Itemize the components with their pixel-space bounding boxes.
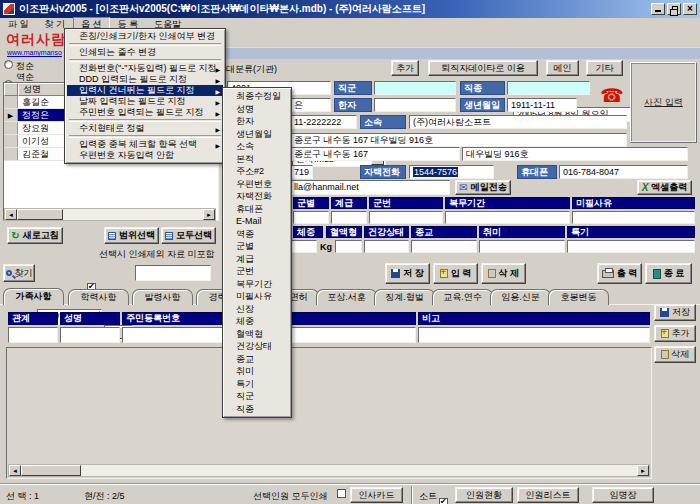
tab-training[interactable]: 교육.연수 (432, 289, 493, 305)
jikjong-field[interactable] (507, 81, 590, 95)
submenu-item[interactable]: 직종 (225, 403, 289, 416)
scroll-thumb[interactable] (21, 465, 81, 476)
mil-serial-field[interactable] (369, 211, 443, 224)
input-button[interactable]: 입 력 (433, 263, 478, 284)
etc-button[interactable]: 기타 (586, 60, 623, 76)
submenu-item[interactable]: 건강상태 (225, 340, 289, 353)
mobile-field[interactable]: 016-784-8047 (559, 165, 688, 179)
submenu-item[interactable]: 군번 (225, 265, 289, 278)
submenu-item[interactable]: 계급 (225, 253, 289, 266)
refresh-button[interactable]: 새로고침 (7, 227, 63, 244)
submenu-item[interactable]: 우편번호 (225, 178, 289, 191)
range-select-button[interactable]: 범위선택 (104, 227, 159, 244)
menu-item-print-lines[interactable]: 인쇄되는 줄수 변경 (67, 47, 223, 58)
close-button[interactable]: × (683, 3, 697, 15)
relation-field[interactable] (8, 327, 58, 343)
family-list-area[interactable] (6, 347, 652, 479)
birthdate-field[interactable]: 1911-11-11 (507, 98, 577, 112)
personnel-status-button[interactable]: 인원현황 (455, 487, 513, 503)
select-all-button[interactable]: 모두선택 (161, 227, 216, 244)
submenu-item[interactable]: E-Mail (225, 215, 289, 228)
tab-status[interactable]: 임용.신분 (490, 289, 551, 305)
blood-type-field[interactable] (335, 240, 362, 253)
menu-item-numeric-sort[interactable]: 수치형태로 정렬▶ (67, 123, 223, 134)
minimize-button[interactable] (651, 3, 665, 15)
mail-send-button[interactable]: 메일전송 (455, 180, 511, 195)
submenu-item[interactable]: 혈액형 (225, 328, 289, 341)
submenu-item[interactable]: 휴대폰 (225, 203, 289, 216)
mil-rank-field[interactable] (331, 211, 367, 224)
submenu-item[interactable]: 종교 (225, 353, 289, 366)
menu-item-no-auto-zip[interactable]: 우편번호 자동입력 안함 (67, 150, 223, 161)
find-input[interactable] (135, 265, 211, 281)
tab-award[interactable]: 포상.서훈 (316, 289, 377, 305)
submenu-item[interactable]: 특기 (225, 378, 289, 391)
photo-input-link[interactable]: 사진 입력 (644, 96, 683, 109)
excel-export-button[interactable]: 엑셀출력 (637, 180, 692, 195)
find-button[interactable]: 찾기 (3, 264, 35, 282)
address2-field[interactable]: 대우빌딩 916호 (462, 147, 688, 161)
restore-button[interactable] (667, 3, 681, 15)
print-all-checkbox[interactable] (337, 489, 346, 498)
website-link[interactable]: www.manymanso (7, 49, 62, 56)
family-jumin-field[interactable] (122, 327, 238, 343)
menu-item-skip-fields[interactable]: 입력시 건너뛰는 필드로 지정▶ (67, 85, 223, 96)
mil-branch-field[interactable] (293, 211, 329, 224)
submenu-item[interactable]: 성명 (225, 103, 289, 116)
personnel-list-button[interactable]: 인원리스트 (517, 487, 579, 503)
submenu-item[interactable]: 복무기간 (225, 278, 289, 291)
submenu-item[interactable]: 한자 (225, 115, 289, 128)
print-button[interactable]: 출 력 (597, 263, 642, 284)
mil-service-period-field[interactable] (445, 211, 570, 224)
sort-ascending-radio[interactable] (4, 60, 13, 69)
delete-button[interactable]: 삭 제 (481, 263, 526, 284)
family-name-field[interactable] (60, 327, 120, 343)
tab-discipline[interactable]: 징계.형벌 (374, 289, 435, 305)
hanja-field[interactable] (374, 98, 456, 112)
submenu-item[interactable]: 역종 (225, 228, 289, 241)
hobby-field[interactable] (479, 240, 565, 253)
family-delete-button[interactable]: 삭제 (654, 346, 696, 363)
tab-family[interactable]: 가족사항 (3, 288, 64, 305)
retiree-data-button[interactable]: 퇴직자데이타로 이용 (428, 60, 538, 76)
tab-education[interactable]: 학력사항 (68, 289, 129, 305)
submenu-item[interactable]: 미필사유 (225, 290, 289, 303)
submenu-item[interactable]: 군별 (225, 240, 289, 253)
scroll-left-icon[interactable]: ◄ (9, 465, 21, 476)
religion-field[interactable] (411, 240, 477, 253)
person-list-hscrollbar[interactable]: ◄ ► (4, 208, 216, 221)
menu-item-date-fields[interactable]: 날짜 입력되는 필드로 지정▶ (67, 96, 223, 107)
menu-item-ddd-fields[interactable]: DDD 입력되는 필드로 지정▶ (67, 74, 223, 85)
menu-item-honorific[interactable]: 존칭/인쇄크기/한자 인쇄여부 변경 (67, 31, 223, 42)
tab-salary[interactable]: 호봉변동 (548, 289, 609, 305)
weight-field[interactable] (291, 240, 317, 253)
menu-file[interactable]: 파 일 (0, 17, 37, 32)
tab-appointment[interactable]: 발령사항 (132, 289, 193, 305)
submenu-item[interactable]: 본적 (225, 153, 289, 166)
hr-card-button[interactable]: 인사카드 (350, 487, 403, 503)
family-list-hscrollbar[interactable]: ◄ ► (8, 464, 650, 477)
scroll-left-icon[interactable]: ◄ (5, 209, 17, 220)
submenu-item[interactable]: 주소#2 (225, 165, 289, 178)
sort-checkbox[interactable] (439, 498, 448, 504)
submenu-item[interactable]: 체중 (225, 315, 289, 328)
certificate-button[interactable]: 임명장 (592, 487, 654, 503)
mil-exemption-field[interactable] (572, 211, 695, 224)
exit-button[interactable]: 종 료 (645, 263, 692, 284)
family-add-button[interactable]: 추가 (654, 325, 696, 342)
family-save-button[interactable]: 저장 (654, 304, 696, 321)
add-button[interactable]: 추가 (391, 60, 419, 76)
jikgun-field[interactable] (374, 81, 456, 95)
main-button[interactable]: 메인 (546, 60, 579, 76)
submenu-item[interactable]: 생년월일 (225, 128, 289, 141)
menu-item-dup-check[interactable]: 입력중 중복 체크할 항목 선택▶ (67, 139, 223, 150)
submenu-item[interactable]: 취미 (225, 365, 289, 378)
submenu-item[interactable]: 직군 (225, 390, 289, 403)
family-note-field[interactable] (418, 327, 650, 343)
sosok-field[interactable]: (주)여러사람소프트 (409, 115, 627, 129)
scroll-right-icon[interactable]: ► (203, 209, 215, 220)
save-button[interactable]: 저 장 (385, 263, 430, 284)
home-phone-field[interactable]: 1544-7576 (409, 165, 494, 179)
scroll-thumb[interactable] (17, 209, 63, 220)
scroll-right-icon[interactable]: ► (637, 465, 649, 476)
